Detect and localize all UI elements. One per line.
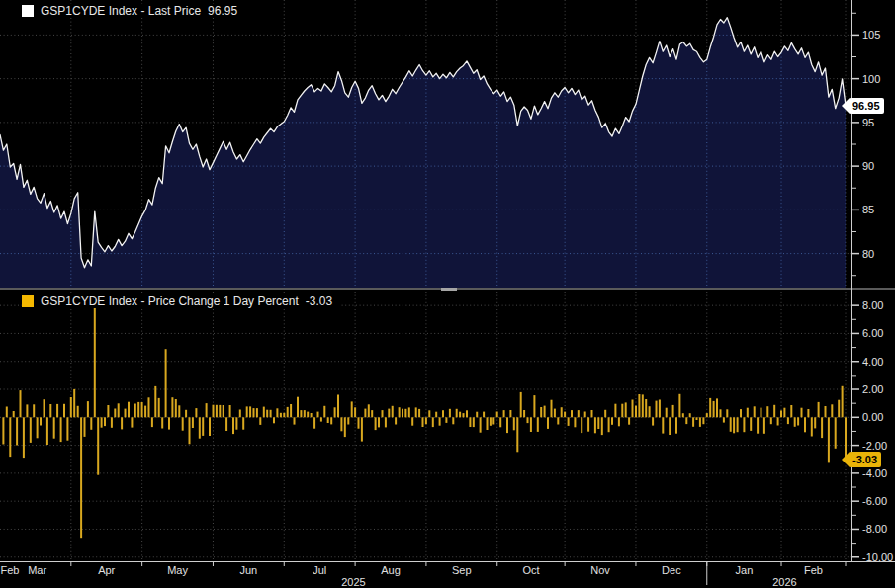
bar (561, 407, 563, 417)
bar (20, 390, 22, 417)
bar (709, 398, 711, 417)
bar (388, 409, 390, 418)
last-price-flag: 96.95 (842, 98, 884, 114)
bar (344, 417, 346, 437)
month-label: Jan (736, 564, 754, 576)
bar (544, 406, 546, 418)
bar (23, 417, 25, 458)
bar (540, 407, 542, 417)
bar (44, 399, 45, 417)
month-label: May (167, 564, 188, 576)
bar (128, 402, 130, 418)
month-label: Dec (662, 564, 681, 576)
bar (30, 417, 32, 443)
legend-price-change[interactable]: GSP1CYDE Index - Price Change 1 Day Perc… (22, 294, 340, 308)
y-tick-label: 2.00 (862, 383, 883, 395)
legend-price-change-label: GSP1CYDE Index - Price Change 1 Day Perc… (41, 294, 299, 308)
bar (253, 408, 255, 417)
month-label: Sep (452, 564, 472, 576)
month-label: Jul (313, 564, 326, 576)
bar (730, 417, 732, 432)
bar (199, 417, 201, 438)
bar (435, 412, 437, 418)
bar (111, 417, 113, 428)
bar (757, 417, 759, 433)
bar (571, 410, 573, 417)
bar (685, 417, 687, 424)
bar (175, 399, 177, 417)
bar (509, 410, 511, 417)
bar (463, 413, 465, 417)
amber-legend-swatch-icon (22, 295, 34, 307)
bar (642, 394, 644, 417)
month-label: Jun (239, 564, 257, 576)
bar (750, 417, 752, 431)
bar (787, 417, 789, 424)
bar (666, 408, 668, 418)
bar (520, 392, 522, 417)
bar (104, 417, 106, 426)
bar (223, 405, 224, 417)
bar (165, 349, 167, 417)
bar (101, 417, 103, 427)
bar (533, 395, 535, 417)
bar (246, 406, 248, 417)
bar (499, 417, 501, 427)
bar (375, 417, 377, 430)
bar (40, 417, 42, 425)
y-tick-label: -6.00 (862, 495, 887, 507)
bar (327, 417, 329, 423)
bar (304, 410, 306, 417)
bar (449, 409, 451, 418)
bar (635, 406, 637, 418)
bloomberg-chart-window: 105100959085808.006.004.002.000.00-2.00-… (0, 0, 895, 588)
y-tick-label: 100 (862, 73, 880, 85)
year-label: 2025 (341, 576, 365, 588)
bar (84, 417, 86, 437)
legend-price-change-value: -3.03 (306, 294, 332, 308)
bar (148, 397, 150, 417)
bar (516, 417, 518, 452)
bar (537, 417, 539, 432)
bar (337, 395, 339, 418)
bar (842, 386, 844, 418)
bar (523, 410, 525, 417)
bar (723, 417, 725, 422)
bar (125, 409, 127, 418)
bar (320, 417, 322, 421)
bar (330, 417, 332, 424)
bar (364, 409, 366, 418)
y-tick-label: 90 (862, 160, 874, 172)
panel-resize-handle[interactable] (441, 288, 457, 291)
bar (73, 389, 75, 417)
bar (276, 408, 278, 417)
bar (46, 417, 48, 445)
bar (608, 417, 610, 432)
bar (547, 417, 549, 429)
bar (720, 409, 722, 417)
bar (422, 417, 424, 427)
y-tick-label: -4.00 (862, 467, 887, 479)
bar (206, 403, 208, 417)
y-tick-label: 95 (862, 117, 874, 128)
bar (557, 417, 559, 424)
bar (614, 404, 616, 418)
bar (831, 404, 833, 417)
bar (273, 417, 275, 423)
bar (404, 409, 406, 418)
bar (476, 412, 478, 418)
bar (763, 417, 765, 434)
bar (669, 417, 671, 435)
bar (466, 410, 468, 417)
bar (503, 410, 505, 417)
bar (459, 412, 461, 418)
bar (428, 410, 430, 417)
bar (794, 417, 796, 427)
bar (56, 404, 58, 417)
bar (483, 412, 485, 418)
y-tick-label: 4.00 (862, 356, 883, 368)
bar (121, 417, 123, 429)
bar (87, 401, 89, 417)
legend-last-price[interactable]: GSP1CYDE Index - Last Price 96.95 (22, 4, 245, 18)
bar (480, 417, 482, 432)
